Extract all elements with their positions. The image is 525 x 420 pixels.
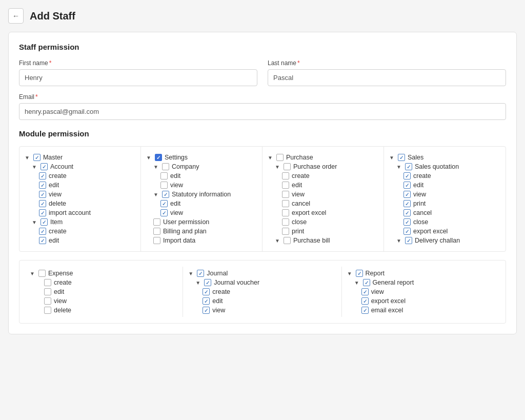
po-export-label: export excel [292, 209, 326, 216]
gr-email-cb[interactable] [361, 307, 369, 314]
sales-column: ▼ Sales ▼ Sales quotation create [384, 147, 506, 251]
account-edit-cb[interactable] [39, 182, 46, 189]
report-chevron: ▼ [347, 271, 352, 276]
pb-row: ▼ Purchase bill [268, 236, 378, 245]
import-data-label: Import data [163, 237, 195, 244]
report-checkbox[interactable] [356, 270, 363, 277]
statutory-view-cb[interactable] [160, 209, 168, 216]
po-export-cb[interactable] [282, 209, 289, 216]
settings-column: ▼ Settings ▼ Company edit [141, 147, 262, 251]
pb-chevron: ▼ [275, 238, 280, 244]
po-cancel-cb[interactable] [282, 200, 289, 207]
sq-create-cb[interactable] [403, 172, 411, 179]
sq-label: Sales quotation [415, 163, 459, 170]
statutory-checkbox[interactable] [162, 191, 169, 198]
company-edit-cb[interactable] [160, 172, 168, 179]
last-name-input[interactable] [268, 69, 506, 86]
company-edit-row: edit [146, 171, 257, 181]
account-view-row: view [25, 190, 135, 199]
statutory-view-label: view [170, 209, 183, 216]
sq-edit-cb[interactable] [403, 182, 411, 189]
import-data-cb[interactable] [153, 237, 160, 244]
company-edit-label: edit [170, 172, 180, 179]
master-checkbox[interactable] [33, 154, 41, 161]
account-import-cb[interactable] [39, 209, 46, 216]
jv-create-label: create [212, 288, 230, 295]
journal-checkbox[interactable] [197, 270, 204, 277]
item-checkbox[interactable] [41, 218, 48, 226]
sales-checkbox[interactable] [398, 154, 405, 161]
purchase-checkbox[interactable] [276, 154, 284, 161]
po-edit-cb[interactable] [282, 182, 289, 189]
sq-print-cb[interactable] [403, 200, 411, 207]
staff-permission-section: Staff permission First name* Last name* [19, 43, 506, 120]
po-print-cb[interactable] [282, 228, 289, 235]
back-button[interactable]: ← [8, 8, 24, 24]
account-view-cb[interactable] [39, 191, 46, 198]
expense-delete-cb[interactable] [44, 307, 51, 314]
email-input[interactable] [19, 103, 506, 120]
last-name-group: Last name* [268, 59, 506, 86]
dc-chevron: ▼ [396, 238, 401, 244]
settings-chevron: ▼ [146, 155, 151, 161]
company-view-cb[interactable] [160, 182, 168, 189]
po-row: ▼ Purchase order [268, 162, 378, 171]
statutory-edit-row: edit [146, 199, 257, 208]
master-header-row: ▼ Master [25, 153, 135, 162]
jv-view-cb[interactable] [203, 307, 210, 314]
sq-view-cb[interactable] [403, 191, 411, 198]
po-close-cb[interactable] [282, 218, 289, 226]
jv-create-cb[interactable] [203, 288, 210, 295]
jv-edit-cb[interactable] [203, 297, 210, 305]
gr-view-cb[interactable] [361, 288, 369, 295]
po-export-row: export excel [268, 208, 378, 217]
gr-checkbox[interactable] [363, 279, 370, 286]
statutory-edit-cb[interactable] [160, 200, 168, 207]
sq-close-cb[interactable] [403, 218, 411, 226]
po-view-cb[interactable] [282, 191, 289, 198]
jv-checkbox[interactable] [204, 279, 211, 286]
sq-checkbox[interactable] [405, 163, 412, 170]
first-name-input[interactable] [19, 69, 257, 86]
dc-checkbox[interactable] [405, 237, 412, 244]
bottom-section: ▼ Expense create edit [19, 260, 506, 324]
expense-edit-cb[interactable] [44, 288, 51, 295]
billing-cb[interactable] [153, 228, 160, 235]
settings-label: Settings [165, 154, 188, 161]
sq-edit-row: edit [389, 181, 500, 190]
account-checkbox[interactable] [41, 163, 48, 170]
company-view-label: view [170, 182, 183, 189]
purchase-column: ▼ Purchase ▼ Purchase order create [262, 147, 384, 251]
item-create-label: create [49, 228, 67, 235]
expense-view-cb[interactable] [44, 297, 51, 305]
statutory-chevron: ▼ [153, 192, 158, 197]
sq-view-row: view [389, 190, 500, 199]
expense-chevron: ▼ [30, 271, 35, 276]
sq-cancel-label: cancel [413, 209, 432, 216]
pb-checkbox[interactable] [284, 237, 291, 244]
settings-checkbox[interactable] [155, 154, 162, 161]
sq-export-cb[interactable] [403, 228, 411, 235]
expense-create-cb[interactable] [44, 279, 51, 286]
account-import-row: import account [25, 208, 135, 217]
po-checkbox[interactable] [284, 163, 291, 170]
item-edit-cb[interactable] [39, 237, 46, 244]
pb-label: Purchase bill [293, 237, 330, 244]
gr-email-label: email excel [371, 307, 403, 314]
gr-export-cb[interactable] [361, 297, 369, 305]
user-permission-cb[interactable] [153, 218, 160, 226]
account-delete-cb[interactable] [39, 200, 46, 207]
sq-cancel-cb[interactable] [403, 209, 411, 216]
company-checkbox[interactable] [162, 163, 169, 170]
item-create-cb[interactable] [39, 228, 46, 235]
po-close-row: close [268, 217, 378, 227]
jv-row: ▼ Journal voucher [188, 278, 336, 287]
account-label: Account [50, 163, 73, 170]
expense-checkbox[interactable] [38, 270, 46, 277]
expense-delete-row: delete [30, 306, 177, 315]
account-create-cb[interactable] [39, 172, 46, 179]
po-create-cb[interactable] [282, 172, 289, 179]
gr-row: ▼ General report [347, 278, 495, 287]
company-label: Company [172, 163, 199, 170]
po-close-label: close [292, 218, 307, 226]
